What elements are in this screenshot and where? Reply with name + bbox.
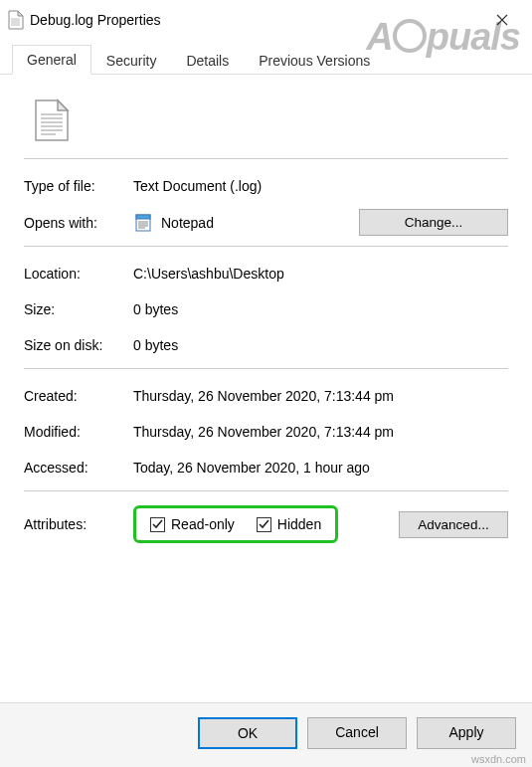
tab-details[interactable]: Details (171, 46, 244, 75)
label-opens-with: Opens with: (24, 215, 133, 231)
general-panel: Type of file: Text Document (.log) Opens… (0, 75, 532, 553)
label-size-on-disk: Size on disk: (24, 337, 133, 353)
notepad-icon (133, 213, 153, 233)
row-location: Location: C:\Users\ashbu\Desktop (24, 261, 508, 287)
value-opens-with: Notepad (133, 213, 359, 233)
row-type-of-file: Type of file: Text Document (.log) (24, 173, 508, 199)
separator (24, 490, 508, 491)
checkbox-read-only-label: Read-only (171, 516, 235, 532)
row-attributes: Attributes: Read-only Hidden Advanced... (24, 505, 508, 543)
separator (24, 158, 508, 159)
attributes-highlight-box: Read-only Hidden (133, 505, 338, 543)
row-opens-with: Opens with: Notepad Change... (24, 209, 508, 236)
row-accessed: Accessed: Today, 26 November 2020, 1 hou… (24, 455, 508, 480)
svg-marker-1 (18, 11, 23, 16)
svg-marker-9 (58, 100, 68, 110)
close-button[interactable] (482, 6, 522, 34)
label-accessed: Accessed: (24, 460, 133, 476)
tab-previous-versions[interactable]: Previous Versions (244, 46, 385, 75)
value-type-of-file: Text Document (.log) (133, 178, 508, 194)
opens-with-app-name: Notepad (161, 215, 214, 231)
checkmark-icon (150, 517, 165, 532)
tab-general[interactable]: General (12, 45, 91, 75)
file-icon (8, 10, 24, 30)
cancel-button[interactable]: Cancel (307, 717, 407, 749)
value-modified: Thursday, 26 November 2020, 7:13:44 pm (133, 424, 508, 440)
ok-button[interactable]: OK (198, 717, 297, 749)
change-button[interactable]: Change... (359, 209, 508, 236)
svg-rect-17 (136, 215, 150, 219)
label-type-of-file: Type of file: (24, 178, 133, 194)
tab-security[interactable]: Security (91, 46, 172, 75)
checkbox-read-only[interactable]: Read-only (150, 516, 235, 532)
row-modified: Modified: Thursday, 26 November 2020, 7:… (24, 419, 508, 445)
checkbox-hidden[interactable]: Hidden (257, 516, 321, 532)
row-size-on-disk: Size on disk: 0 bytes (24, 332, 508, 358)
label-created: Created: (24, 388, 133, 404)
checkmark-icon (257, 517, 271, 532)
label-location: Location: (24, 266, 133, 282)
apply-button[interactable]: Apply (417, 717, 516, 749)
value-size-on-disk: 0 bytes (133, 337, 508, 353)
row-created: Created: Thursday, 26 November 2020, 7:1… (24, 383, 508, 409)
file-type-icon (32, 98, 72, 142)
label-attributes: Attributes: (24, 516, 133, 532)
titlebar: Debug.log Properties (0, 0, 532, 38)
tabstrip: General Security Details Previous Versio… (0, 38, 532, 75)
value-size: 0 bytes (133, 301, 508, 317)
close-icon (496, 14, 508, 26)
value-accessed: Today, 26 November 2020, 1 hour ago (133, 460, 508, 476)
separator (24, 368, 508, 369)
label-modified: Modified: (24, 424, 133, 440)
value-created: Thursday, 26 November 2020, 7:13:44 pm (133, 388, 508, 404)
row-size: Size: 0 bytes (24, 296, 508, 322)
checkbox-hidden-label: Hidden (277, 516, 321, 532)
dialog-button-bar: OK Cancel Apply (0, 702, 532, 767)
advanced-button[interactable]: Advanced... (399, 511, 508, 538)
label-size: Size: (24, 301, 133, 317)
value-location: C:\Users\ashbu\Desktop (133, 266, 508, 282)
window-title: Debug.log Properties (30, 12, 482, 28)
separator (24, 246, 508, 247)
